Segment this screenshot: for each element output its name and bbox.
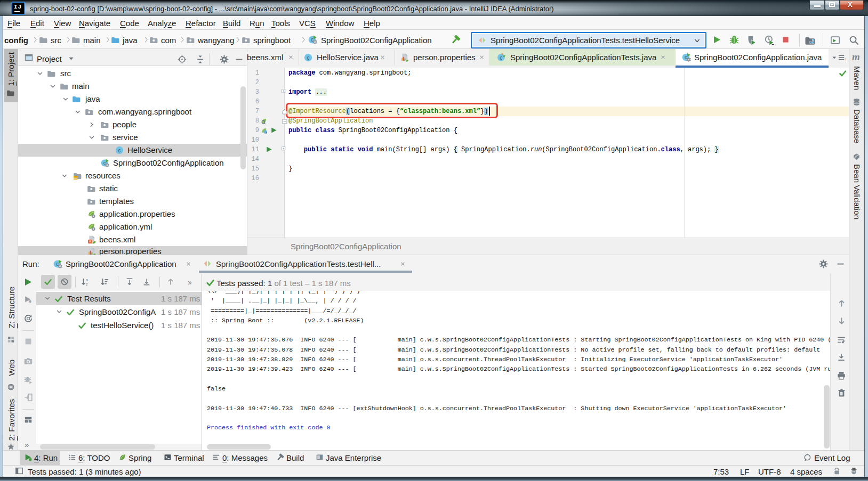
- svg-text:z: z: [86, 282, 88, 286]
- svg-text:<: <: [89, 239, 91, 243]
- svg-text:c: c: [307, 55, 310, 61]
- svg-text:9: 9: [29, 298, 31, 304]
- svg-text:c: c: [311, 37, 314, 43]
- svg-text:c: c: [118, 148, 121, 153]
- svg-text:a: a: [86, 278, 88, 282]
- svg-text:c: c: [56, 261, 59, 267]
- svg-text:3: 3: [845, 58, 846, 62]
- svg-text:c: c: [685, 54, 687, 60]
- svg-text:c: c: [500, 55, 502, 61]
